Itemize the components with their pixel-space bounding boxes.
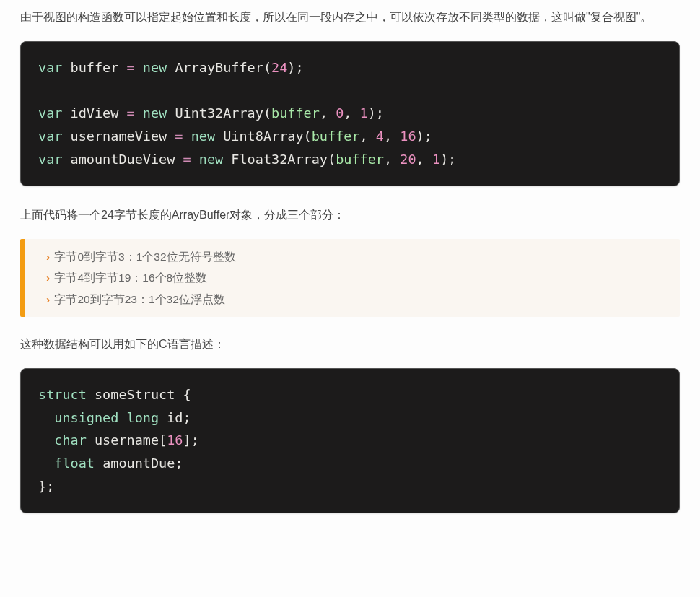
paragraph-intro: 由于视图的构造函数可以指定起始位置和长度，所以在同一段内存之中，可以依次存放不同… <box>20 7 680 28</box>
code-token-pn: ( <box>263 105 271 121</box>
code-token-id: amountDueView <box>71 152 175 167</box>
code-token-kw: new <box>191 128 215 144</box>
code-token-id: buffer <box>71 60 119 75</box>
code-token-kw: long <box>127 410 159 425</box>
code-block-c: struct someStruct { unsigned long id; ch… <box>20 368 680 513</box>
code-token-cls: Float32Array <box>231 152 328 167</box>
code-token-kw: float <box>54 456 95 471</box>
code-token-id: amountDue <box>102 456 175 471</box>
code-token-id: id <box>167 410 183 425</box>
code-token-pn: , <box>416 152 432 167</box>
code-token-pn: ; <box>183 410 191 425</box>
code-token-id: someStruct <box>95 387 175 402</box>
paragraph-after-quote: 这种数据结构可以用如下的C语言描述： <box>20 334 680 355</box>
code-token-cls: Uint32Array <box>175 105 263 121</box>
code-token-pn: ; <box>175 456 183 471</box>
code-token-op: = <box>175 128 183 144</box>
code-token-pn: ); <box>287 60 303 75</box>
code-token-op: = <box>127 105 135 121</box>
code-token-pn: , <box>320 105 336 121</box>
code-token-pn: , <box>360 128 376 144</box>
code-token-pn: ( <box>304 128 312 144</box>
code-token-id: username <box>95 432 159 448</box>
code-token-pn: ]; <box>183 432 199 448</box>
code-token-kw: var <box>38 152 62 167</box>
quote-line: 字节0到字节3：1个32位无符号整数 <box>46 246 665 267</box>
code-token-pn: ( <box>263 60 271 75</box>
code-token-pn: }; <box>38 479 54 494</box>
code-token-op: = <box>127 60 135 75</box>
code-token-pn: , <box>344 105 359 121</box>
code-token-kw: unsigned <box>54 410 118 425</box>
code-token-id: usernameView <box>71 128 167 144</box>
code-token-pn: ( <box>328 152 336 167</box>
code-token-id: idView <box>71 105 119 121</box>
code-token-pn: { <box>183 387 191 402</box>
code-token-num: 24 <box>271 60 287 75</box>
code-token-kw: var <box>38 128 62 144</box>
code-token-arg: buffer <box>336 152 384 167</box>
code-token-num: 16 <box>400 128 416 144</box>
code-token-arg: buffer <box>271 105 320 121</box>
code-token-kw: char <box>54 432 87 448</box>
code-token-num: 20 <box>400 152 416 167</box>
code-token-arg: buffer <box>312 128 360 144</box>
code-token-kw: new <box>143 105 167 121</box>
code-token-kw: struct <box>38 387 87 402</box>
code-token-num: 16 <box>167 432 183 448</box>
code-token-kw: var <box>38 60 62 75</box>
code-token-kw: new <box>199 152 223 167</box>
code-token-kw: var <box>38 105 62 121</box>
code-token-num: 0 <box>336 105 344 121</box>
code-token-pn: [ <box>159 432 167 448</box>
code-token-pn: ); <box>368 105 384 121</box>
quote-block: 字节0到字节3：1个32位无符号整数字节4到字节19：16个8位整数字节20到字… <box>20 239 680 317</box>
code-token-pn: , <box>384 152 400 167</box>
quote-line: 字节20到字节23：1个32位浮点数 <box>46 289 665 310</box>
code-token-num: 4 <box>376 128 384 144</box>
code-token-pn: , <box>384 128 400 144</box>
code-token-num: 1 <box>360 105 368 121</box>
code-token-pn: ); <box>440 152 456 167</box>
code-token-cls: Uint8Array <box>223 128 303 144</box>
paragraph-after-code: 上面代码将一个24字节长度的ArrayBuffer对象，分成三个部分： <box>20 205 680 226</box>
code-token-op: = <box>183 152 191 167</box>
code-token-cls: ArrayBuffer <box>175 60 263 75</box>
code-block-js: var buffer = new ArrayBuffer(24); var id… <box>20 41 680 186</box>
code-token-num: 1 <box>432 152 440 167</box>
code-token-kw: new <box>143 60 167 75</box>
quote-line: 字节4到字节19：16个8位整数 <box>46 267 665 288</box>
code-token-pn: ); <box>416 128 432 144</box>
